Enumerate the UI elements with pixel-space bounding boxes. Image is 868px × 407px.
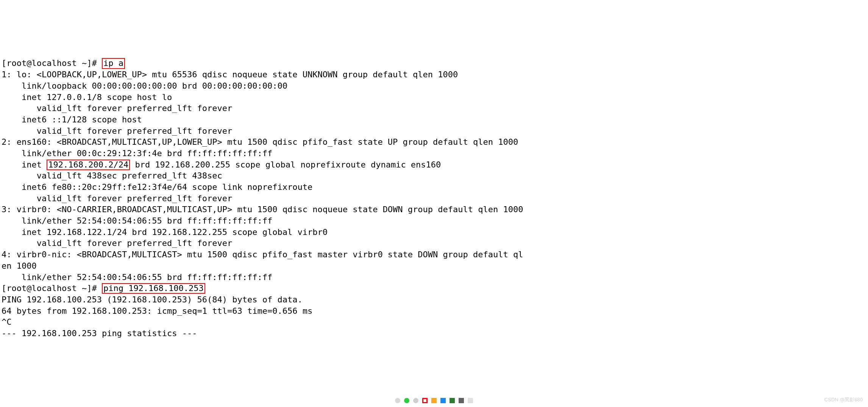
if1-valid1: valid_lft forever preferred_lft forever [2, 103, 232, 113]
dot-3[interactable] [413, 398, 418, 403]
ping-line-2: 64 bytes from 192.168.100.253: icmp_seq=… [2, 306, 312, 316]
if1-link: link/loopback 00:00:00:00:00:00 brd 00:0… [2, 81, 287, 91]
ping-line-1: PING 192.168.100.253 (192.168.100.253) 5… [2, 295, 303, 304]
if1-header: 1: lo: <LOOPBACK,UP,LOWER_UP> mtu 65536 … [2, 70, 458, 79]
if3-valid1: valid_lft forever preferred_lft forever [2, 238, 232, 248]
if2-link: link/ether 00:0c:29:12:3f:4e brd ff:ff:f… [2, 149, 272, 158]
if1-inet6: inet6 ::1/128 scope host [2, 115, 142, 124]
square-3[interactable] [450, 398, 455, 403]
if2-valid2: valid_lft forever preferred_lft forever [2, 194, 232, 203]
square-outline[interactable] [422, 398, 428, 403]
if4-link: link/ether 52:54:00:54:06:55 brd ff:ff:f… [2, 272, 272, 282]
if2-header: 2: ens160: <BROADCAST,MULTICAST,UP,LOWER… [2, 137, 518, 147]
square-2[interactable] [440, 398, 446, 403]
ping-line-4: --- 192.168.100.253 ping statistics --- [2, 329, 197, 338]
if3-link: link/ether 52:54:00:54:06:55 brd ff:ff:f… [2, 216, 272, 225]
if2-inet-post: brd 192.168.200.255 scope global noprefi… [130, 160, 441, 169]
if3-header: 3: virbr0: <NO-CARRIER,BROADCAST,MULTICA… [2, 205, 523, 214]
if1-inet: inet 127.0.0.1/8 scope host lo [2, 92, 172, 102]
terminal-output: [root@localhost ~]# ip a 1: lo: <LOOPBAC… [2, 47, 866, 339]
prompt-line-1[interactable]: [root@localhost ~]# ip a [2, 58, 125, 68]
prompt-line-2[interactable]: [root@localhost ~]# ping 192.168.100.253 [2, 283, 205, 293]
square-1[interactable] [431, 398, 437, 403]
if2-inet: inet 192.168.200.2/24 brd 192.168.200.25… [2, 160, 441, 169]
if2-valid1: valid_lft 438sec preferred_lft 438sec [2, 171, 222, 180]
if2-inet6: inet6 fe80::20c:29ff:fe12:3f4e/64 scope … [2, 182, 312, 192]
square-4[interactable] [459, 398, 464, 403]
ping-line-3: ^C [2, 317, 12, 327]
dot-1[interactable] [395, 398, 400, 403]
if4-header-b: en 1000 [2, 261, 37, 271]
if3-inet: inet 192.168.122.1/24 brd 192.168.122.25… [2, 227, 328, 237]
cmd-ip-a: ip a [102, 58, 125, 69]
cmd-ping: ping 192.168.100.253 [102, 283, 205, 294]
if2-ip-highlight: 192.168.200.2/24 [47, 160, 130, 170]
prompt-prefix: [root@localhost ~]# [2, 283, 102, 293]
watermark: CSDN @黑影680 [824, 396, 863, 403]
dot-2[interactable] [404, 398, 409, 403]
square-5[interactable] [468, 398, 473, 403]
if2-inet-pre: inet [2, 160, 47, 169]
if1-valid2: valid_lft forever preferred_lft forever [2, 126, 232, 136]
pager-dots [395, 398, 473, 403]
if4-header-a: 4: virbr0-nic: <BROADCAST,MULTICAST> mtu… [2, 250, 523, 259]
prompt-prefix: [root@localhost ~]# [2, 58, 102, 68]
